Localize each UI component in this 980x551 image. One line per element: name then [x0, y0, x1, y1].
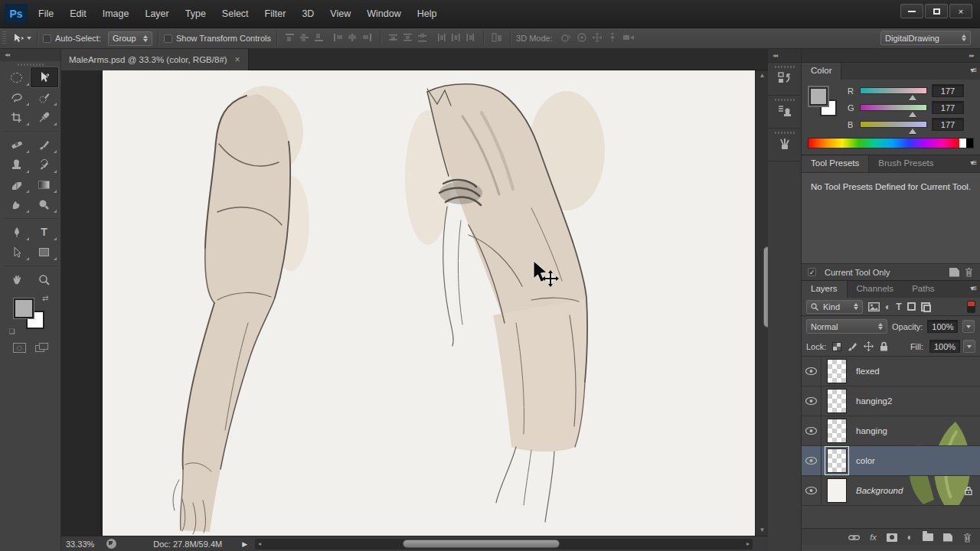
brush-tool[interactable]	[31, 135, 58, 155]
layers-panel-menu-icon[interactable]: ▾≡	[970, 284, 975, 292]
document-tab[interactable]: MaleArms.psd @ 33.3% (color, RGB/8#) ×	[61, 49, 249, 70]
new-adjustment-layer-icon[interactable]: ◐	[907, 532, 913, 543]
layer-thumbnail[interactable]	[827, 419, 847, 443]
tab-brush-presets[interactable]: Brush Presets	[869, 155, 942, 172]
layer-name[interactable]: Background	[856, 486, 903, 495]
quick-selection-tool[interactable]	[31, 87, 58, 107]
visibility-toggle[interactable]	[802, 476, 822, 505]
current-tool-only-checkbox[interactable]: ✓	[808, 268, 816, 276]
new-group-icon[interactable]	[923, 533, 933, 541]
layer-row-background[interactable]: Background	[802, 476, 980, 506]
tab-color[interactable]: Color	[802, 63, 841, 80]
elliptical-marquee-tool[interactable]	[3, 67, 31, 87]
menu-3d[interactable]: 3D	[302, 8, 314, 19]
crop-tool[interactable]	[3, 107, 31, 127]
default-colors-icon[interactable]: ❏	[9, 328, 15, 335]
layer-row-hanging2[interactable]: hanging2	[802, 386, 980, 416]
panel-foreground-swatch[interactable]	[809, 87, 828, 106]
gradient-tool[interactable]	[31, 174, 58, 194]
visibility-toggle[interactable]	[802, 386, 822, 416]
color-spectrum-ramp[interactable]	[808, 138, 974, 148]
add-layer-mask-icon[interactable]	[887, 533, 897, 542]
new-preset-icon[interactable]	[949, 268, 959, 277]
layer-name[interactable]: hanging	[856, 426, 887, 435]
status-flyout-icon[interactable]: ▶	[242, 540, 247, 548]
screen-mode-button[interactable]	[35, 343, 48, 353]
lasso-tool[interactable]	[3, 87, 31, 107]
visibility-toggle[interactable]	[802, 446, 822, 475]
close-button[interactable]: ×	[949, 4, 972, 18]
green-channel-value[interactable]: 177	[932, 101, 964, 114]
smudge-tool[interactable]	[3, 194, 31, 214]
menu-file[interactable]: File	[38, 8, 54, 19]
blend-mode-dropdown[interactable]: Normal	[806, 319, 887, 334]
distribute-horizontal-centers-icon[interactable]	[450, 32, 462, 44]
pen-tool[interactable]	[3, 222, 31, 242]
workspace-switcher-dropdown[interactable]: DigitalDrawing	[880, 31, 971, 45]
collapse-panels-icon[interactable]: ▸▸	[802, 49, 980, 63]
3d-roll-icon[interactable]	[576, 32, 588, 44]
visibility-toggle[interactable]	[802, 357, 822, 386]
layer-thumbnail[interactable]	[827, 478, 847, 503]
rectangle-tool[interactable]	[31, 242, 58, 262]
dodge-tool[interactable]	[31, 194, 58, 214]
maximize-button[interactable]	[925, 4, 948, 18]
vertical-scrollbar[interactable]: ▲ ▼	[755, 70, 768, 536]
lock-pixels-icon[interactable]	[848, 341, 858, 351]
healing-brush-tool[interactable]	[3, 135, 31, 155]
layer-name[interactable]: hanging2	[856, 396, 892, 406]
green-channel-slider[interactable]	[860, 104, 927, 111]
distribute-top-edges-icon[interactable]	[387, 32, 399, 44]
3d-slide-icon[interactable]	[606, 32, 619, 44]
distribute-bottom-edges-icon[interactable]	[416, 32, 428, 44]
horizontal-scrollbar[interactable]: ◂ ▸	[255, 539, 753, 549]
type-tool[interactable]: T	[31, 222, 58, 242]
align-horizontal-centers-icon[interactable]	[347, 32, 358, 44]
blue-channel-slider[interactable]	[860, 121, 927, 128]
distribute-right-edges-icon[interactable]	[465, 32, 476, 44]
eraser-tool[interactable]	[3, 174, 31, 194]
tool-preset-dropdown-icon[interactable]	[27, 37, 31, 40]
expand-panels-icon[interactable]: ◂◂	[768, 49, 801, 63]
lock-transparency-icon[interactable]	[832, 342, 841, 351]
document-tab-close-icon[interactable]: ×	[235, 54, 240, 65]
color-panel-menu-icon[interactable]: ▾≡	[970, 66, 975, 74]
show-transform-controls-checkbox[interactable]	[164, 34, 172, 43]
distribute-vertical-centers-icon[interactable]	[402, 32, 413, 44]
new-layer-icon[interactable]	[943, 533, 952, 542]
layer-name[interactable]: color	[856, 456, 875, 465]
red-slider-knob[interactable]	[909, 95, 916, 100]
layer-filter-toggle[interactable]	[967, 301, 975, 313]
menu-filter[interactable]: Filter	[265, 8, 286, 19]
eyedropper-tool[interactable]	[31, 107, 58, 127]
minimize-button[interactable]	[900, 4, 923, 18]
layer-row-flexed[interactable]: flexed	[802, 357, 980, 386]
swap-colors-icon[interactable]: ⇄	[42, 294, 48, 302]
menu-help[interactable]: Help	[417, 8, 437, 19]
canvas-paper[interactable]	[103, 70, 755, 536]
fill-dropdown-icon[interactable]	[963, 340, 975, 353]
tab-channels[interactable]: Channels	[848, 281, 903, 298]
clone-source-panel-button[interactable]	[768, 96, 801, 129]
auto-align-layers-icon[interactable]	[491, 32, 503, 44]
red-channel-value[interactable]: 177	[932, 84, 964, 97]
tab-layers[interactable]: Layers	[802, 281, 848, 298]
link-layers-icon[interactable]	[848, 534, 860, 541]
align-bottom-edges-icon[interactable]	[313, 32, 325, 44]
layer-thumbnail[interactable]	[827, 359, 847, 383]
filter-shape-layers-icon[interactable]	[907, 302, 916, 311]
layer-row-hanging[interactable]: hanging	[802, 416, 980, 446]
scroll-down-icon[interactable]: ▼	[756, 525, 768, 536]
auto-select-target-dropdown[interactable]: Group	[108, 31, 152, 46]
history-brush-tool[interactable]	[31, 155, 58, 174]
filter-smart-objects-icon[interactable]	[921, 302, 930, 311]
menu-layer[interactable]: Layer	[145, 8, 168, 19]
3d-camera-icon[interactable]	[622, 32, 635, 44]
scroll-left-icon[interactable]: ◂	[255, 539, 264, 549]
lock-position-icon[interactable]	[864, 341, 874, 351]
quick-mask-button[interactable]	[13, 343, 26, 353]
history-panel-button[interactable]	[768, 63, 801, 96]
delete-preset-icon[interactable]	[964, 267, 974, 277]
align-vertical-centers-icon[interactable]	[299, 32, 310, 44]
menu-image[interactable]: Image	[103, 8, 129, 19]
